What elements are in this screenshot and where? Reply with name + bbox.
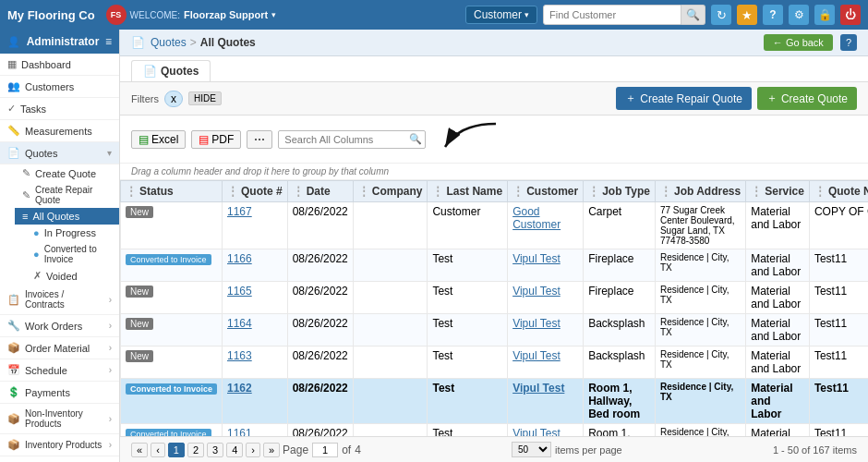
settings-icon-button[interactable]: ⚙ — [789, 5, 809, 25]
sidebar-item-settings[interactable]: ⚙ Settings › — [0, 456, 119, 462]
cell-quote-name: Test11 — [809, 379, 868, 424]
sidebar-item-quotes[interactable]: 📄 Quotes ▾ — [0, 142, 119, 164]
sidebar-label-create-repair: Create Repair Quote — [35, 185, 112, 205]
col-quote-num[interactable]: ⋮Quote # — [223, 181, 288, 202]
breadcrumb: Quotes > All Quotes — [151, 36, 256, 49]
sidebar-item-invoices[interactable]: 📋 Invoices / Contracts › — [0, 285, 119, 315]
table-row: New 1163 08/26/2022 Test Vipul Test Back… — [121, 346, 869, 379]
sidebar-item-work-orders[interactable]: 🔧 Work Orders › — [0, 315, 119, 337]
cell-job-address: Residence | City, TX — [655, 346, 745, 379]
customer-link[interactable]: Good Customer — [512, 205, 561, 231]
items-per-page-select[interactable]: 50 25 100 — [512, 442, 551, 457]
customer-link[interactable]: Vipul Test — [512, 317, 561, 330]
support-name[interactable]: Floorzap Support — [184, 9, 268, 20]
quote-num-link[interactable]: 1164 — [227, 317, 252, 330]
create-repair-icon: ✎ — [22, 189, 30, 201]
filters-area: Filters x HIDE — [131, 91, 222, 107]
first-page-button[interactable]: « — [131, 443, 148, 457]
find-customer-search-button[interactable]: 🔍 — [681, 5, 705, 25]
cell-status: Converted to Invoice — [121, 379, 223, 424]
power-button[interactable]: ⏻ — [840, 5, 861, 25]
non-inventory-expand-icon: › — [109, 414, 112, 424]
quote-num-link[interactable]: 1163 — [227, 349, 252, 362]
quote-num-link[interactable]: 1167 — [227, 205, 252, 218]
next-page-button[interactable]: › — [246, 443, 260, 457]
sidebar-item-non-inventory[interactable]: 📦 Non-Inventory Products › — [0, 404, 119, 434]
cell-date: 08/26/2022 — [287, 346, 353, 379]
tab-quotes[interactable]: 📄 Quotes — [131, 60, 211, 81]
star-button[interactable]: ★ — [737, 5, 757, 25]
prev-page-button[interactable]: ‹ — [151, 443, 165, 457]
lock-icon-button[interactable]: 🔒 — [814, 5, 835, 25]
sidebar-item-schedule[interactable]: 📅 Schedule › — [0, 359, 119, 382]
sidebar-item-dashboard[interactable]: ▦ Dashboard — [0, 54, 119, 76]
page-4-button[interactable]: 4 — [226, 443, 243, 457]
refresh-button[interactable]: ↻ — [711, 5, 731, 25]
header-help-button[interactable]: ? — [840, 34, 857, 51]
pdf-export-button[interactable]: ▤ PDF — [191, 130, 241, 149]
filter-tag: x — [164, 91, 183, 107]
quote-num-link[interactable]: 1165 — [227, 285, 252, 298]
find-customer-input[interactable] — [543, 5, 681, 25]
sidebar-item-voided[interactable]: ✗ Voided — [15, 267, 119, 285]
hide-filters-button[interactable]: HIDE — [188, 91, 222, 105]
search-input[interactable] — [278, 130, 426, 149]
sidebar-item-order-material[interactable]: 📦 Order Material › — [0, 337, 119, 359]
customer-link[interactable]: Vipul Test — [512, 285, 561, 298]
non-inventory-icon: 📦 — [7, 413, 20, 425]
quote-num-link[interactable]: 1166 — [227, 252, 252, 265]
create-quote-icon: ✎ — [22, 167, 30, 179]
sidebar-item-inventory[interactable]: 📦 Inventory Products › — [0, 434, 119, 456]
col-customer[interactable]: ⋮Customer — [508, 181, 584, 202]
invoices-icon: 📋 — [7, 294, 20, 306]
page-3-button[interactable]: 3 — [207, 443, 223, 457]
sidebar-item-tasks[interactable]: ✓ Tasks — [0, 98, 119, 120]
all-quotes-icon: ≡ — [22, 211, 28, 222]
sidebar-item-measurements[interactable]: 📏 Measurements — [0, 120, 119, 142]
sidebar-item-payments[interactable]: 💲 Payments — [0, 382, 119, 404]
col-status[interactable]: ⋮Status — [121, 181, 223, 202]
sidebar-item-in-progress[interactable]: ● In Progress — [15, 225, 119, 241]
more-export-button[interactable]: ⋯ — [247, 130, 272, 149]
dropdown-arrow-icon[interactable]: ▾ — [271, 10, 276, 19]
customer-link[interactable]: Vipul Test — [512, 349, 561, 362]
customer-dropdown[interactable]: Customer ▾ — [465, 6, 537, 24]
page-number-input[interactable] — [312, 443, 338, 457]
customer-link[interactable]: Vipul Test — [512, 382, 564, 395]
sidebar-menu-icon[interactable]: ≡ — [105, 35, 112, 48]
col-last-name[interactable]: ⋮Last Name — [428, 181, 508, 202]
col-service[interactable]: ⋮Service — [746, 181, 810, 202]
page-1-button[interactable]: 1 — [168, 443, 185, 457]
col-quote-name[interactable]: ⋮Quote Name — [809, 181, 868, 202]
cell-job-type: Room 1, Hallway, Bed room — [584, 424, 656, 437]
sidebar-item-customers[interactable]: 👥 Customers — [0, 76, 119, 98]
filter-tag-x[interactable]: x — [171, 92, 176, 105]
col-job-address[interactable]: ⋮Job Address — [655, 181, 745, 202]
cell-service: Material and Labor — [746, 424, 810, 437]
cell-quote-num: 1164 — [223, 314, 288, 346]
breadcrumb-parent[interactable]: Quotes — [151, 36, 187, 49]
sidebar-label-work-orders: Work Orders — [25, 321, 82, 332]
status-badge: Converted to Invoice — [126, 383, 217, 395]
quote-num-link[interactable]: 1161 — [227, 427, 252, 436]
quote-num-link[interactable]: 1162 — [227, 382, 252, 395]
sidebar-item-create-quote[interactable]: ✎ Create Quote — [15, 164, 119, 182]
sidebar-item-converted[interactable]: ● Converted to Invoice — [15, 241, 119, 267]
table-container[interactable]: ⋮Status ⋮Quote # ⋮Date ⋮Company ⋮Last Na… — [120, 180, 868, 436]
col-date[interactable]: ⋮Date — [287, 181, 353, 202]
items-total: 1 - 50 of 167 items — [773, 444, 857, 456]
page-2-button[interactable]: 2 — [187, 443, 204, 457]
col-job-type[interactable]: ⋮Job Type — [584, 181, 656, 202]
sidebar-item-all-quotes[interactable]: ≡ All Quotes — [15, 208, 119, 225]
drag-hint: Drag a column header and drop it here to… — [120, 164, 868, 180]
sidebar-item-create-repair-quote[interactable]: ✎ Create Repair Quote — [15, 182, 119, 208]
help-icon-button[interactable]: ? — [763, 5, 783, 25]
customer-link[interactable]: Vipul Test — [512, 427, 561, 436]
go-back-button[interactable]: ← Go back — [764, 34, 833, 51]
create-repair-quote-button[interactable]: ＋ Create Repair Quote — [616, 87, 752, 110]
create-quote-button[interactable]: ＋ Create Quote — [757, 87, 857, 110]
excel-export-button[interactable]: ▤ Excel — [131, 130, 186, 149]
customer-link[interactable]: Vipul Test — [512, 252, 561, 265]
col-company[interactable]: ⋮Company — [353, 181, 428, 202]
last-page-button[interactable]: » — [263, 443, 280, 457]
